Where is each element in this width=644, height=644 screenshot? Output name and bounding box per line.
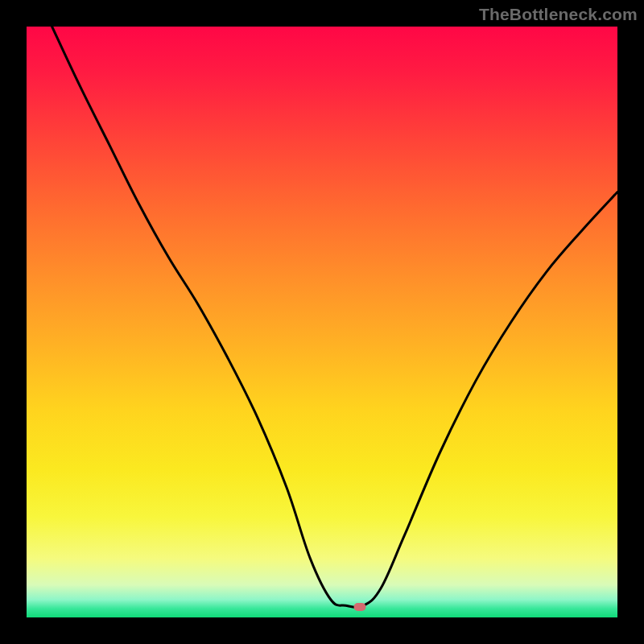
plot-area [27, 27, 617, 617]
chart-frame: TheBottleneck.com [0, 0, 644, 644]
bottleneck-curve [27, 27, 617, 617]
watermark-text: TheBottleneck.com [479, 5, 638, 24]
optimum-marker [353, 603, 365, 611]
